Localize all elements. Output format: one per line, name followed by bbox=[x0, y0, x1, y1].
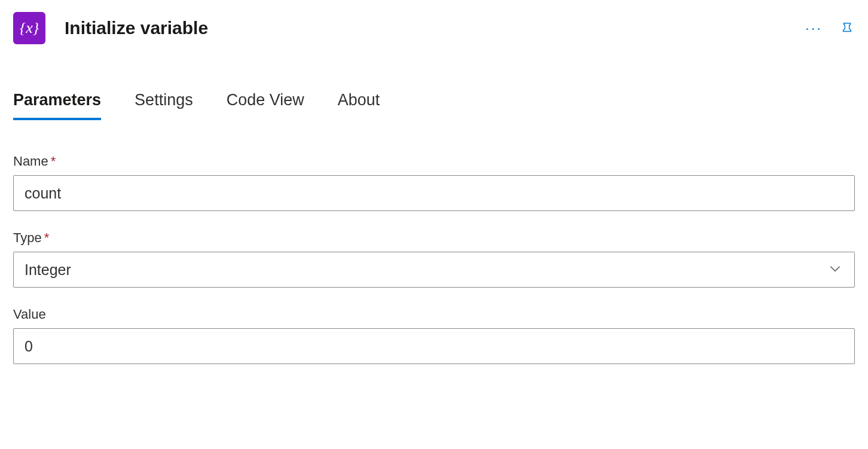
field-name: Name* bbox=[13, 154, 855, 211]
type-select-wrapper: Integer bbox=[13, 252, 855, 288]
variable-icon: {x} bbox=[13, 12, 45, 44]
name-label-text: Name bbox=[13, 154, 48, 169]
type-select[interactable]: Integer bbox=[13, 252, 855, 288]
field-type: Type* Integer bbox=[13, 230, 855, 288]
field-value: Value bbox=[13, 307, 855, 364]
more-options-button[interactable]: ··· bbox=[800, 19, 827, 38]
type-label-text: Type bbox=[13, 230, 42, 245]
card-header: {x} Initialize variable ··· bbox=[0, 0, 868, 55]
name-input[interactable] bbox=[13, 175, 855, 211]
tab-parameters[interactable]: Parameters bbox=[13, 91, 101, 119]
type-label: Type* bbox=[13, 230, 855, 246]
value-label: Value bbox=[13, 307, 855, 322]
value-input[interactable] bbox=[13, 328, 855, 364]
card-title: Initialize variable bbox=[65, 18, 208, 38]
variable-icon-glyph: {x} bbox=[20, 19, 39, 37]
parameters-form: Name* Type* Integer Value bbox=[0, 119, 868, 395]
type-required-mark: * bbox=[44, 230, 50, 245]
name-label: Name* bbox=[13, 154, 855, 169]
pin-button[interactable] bbox=[838, 17, 856, 39]
pin-icon bbox=[841, 20, 854, 36]
header-right: ··· bbox=[800, 17, 856, 39]
name-required-mark: * bbox=[51, 154, 56, 169]
tab-about[interactable]: About bbox=[338, 91, 380, 119]
tab-settings[interactable]: Settings bbox=[135, 91, 193, 119]
tab-row: Parameters Settings Code View About bbox=[0, 55, 868, 119]
type-select-value: Integer bbox=[25, 261, 71, 279]
value-label-text: Value bbox=[13, 307, 46, 322]
header-left: {x} Initialize variable bbox=[13, 12, 208, 44]
tab-code-view[interactable]: Code View bbox=[227, 91, 304, 119]
